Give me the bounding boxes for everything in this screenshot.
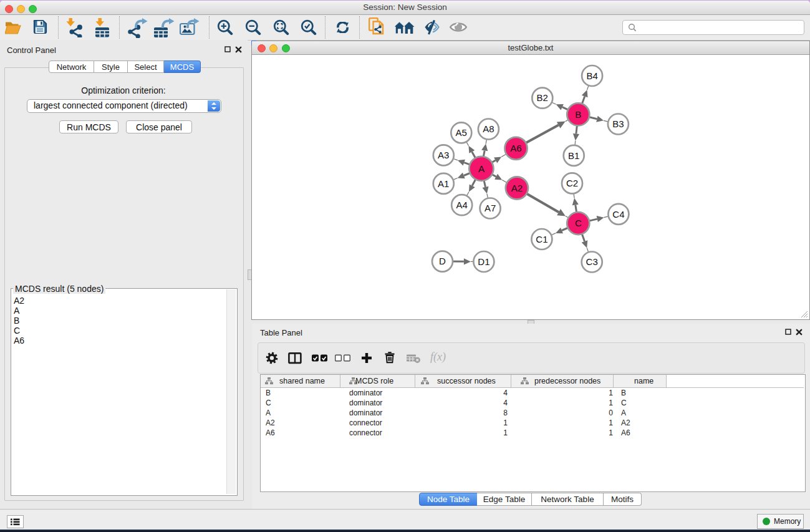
svg-text:A6: A6	[510, 143, 521, 153]
svg-text:C: C	[575, 218, 582, 228]
svg-text:A3: A3	[438, 150, 449, 160]
svg-text:B: B	[575, 109, 581, 120]
svg-text:B3: B3	[612, 118, 624, 129]
svg-text:B1: B1	[568, 150, 579, 161]
svg-text:B2: B2	[537, 92, 548, 103]
svg-text:A: A	[478, 163, 485, 174]
svg-text:A7: A7	[485, 203, 496, 213]
svg-text:A5: A5	[456, 127, 467, 138]
svg-text:D1: D1	[478, 256, 489, 267]
svg-text:C2: C2	[566, 178, 578, 188]
svg-text:C3: C3	[586, 256, 598, 267]
svg-text:C4: C4	[612, 209, 624, 220]
svg-text:A8: A8	[483, 123, 494, 134]
svg-text:B4: B4	[586, 70, 597, 81]
svg-text:A2: A2	[511, 183, 523, 193]
svg-text:A4: A4	[456, 200, 468, 210]
svg-text:D: D	[439, 256, 446, 266]
svg-text:C1: C1	[536, 234, 547, 244]
svg-text:A1: A1	[438, 178, 449, 189]
